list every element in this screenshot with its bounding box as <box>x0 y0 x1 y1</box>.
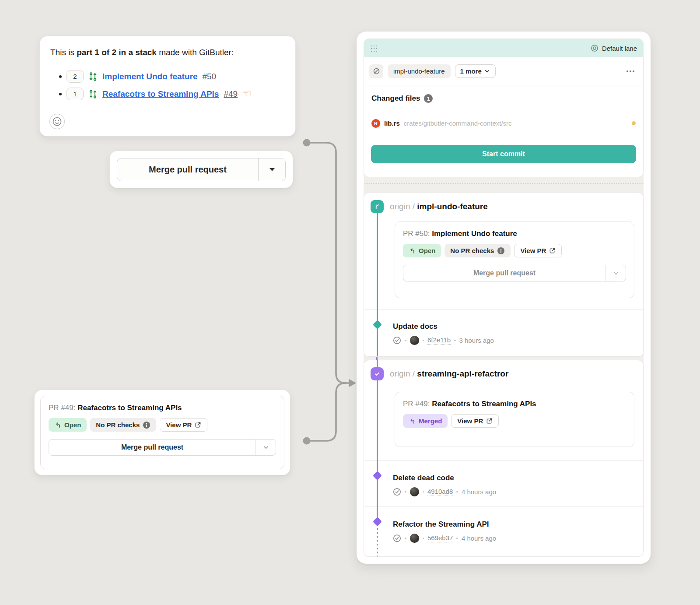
check-icon <box>373 370 381 378</box>
merge-options-dropdown[interactable] <box>256 440 276 455</box>
info-icon <box>497 247 505 255</box>
more-label: 1 more <box>460 67 482 75</box>
start-commit-button[interactable]: Start commit <box>371 145 636 163</box>
pr-badges: Open No PR checks View PR <box>49 418 276 432</box>
lane-panel: Default lane impl-undo-feature 1 more Ch… <box>357 32 651 564</box>
series-icon-button[interactable] <box>369 64 383 78</box>
branch-section-title[interactable]: origin / streaming-api-refactror <box>390 369 508 379</box>
stack-comment-text: This is part 1 of 2 in a stack made with… <box>50 47 285 58</box>
commit-meta: 6f2e11b 3 hours ago <box>393 336 636 345</box>
merged-status-badge: Merged <box>403 414 448 428</box>
chevron-down-icon <box>484 68 490 74</box>
open-status-badge: Open <box>403 244 441 257</box>
commit-time: 4 hours ago <box>462 535 496 542</box>
avatar <box>410 336 419 345</box>
commit-time: 4 hours ago <box>462 488 496 496</box>
commit-hash[interactable]: 569eb37 <box>427 534 453 542</box>
rust-file-icon: R <box>371 119 380 128</box>
branch-section-title[interactable]: origin / impl-undo-feature <box>390 202 488 211</box>
merge-pull-request-button[interactable]: Merge pull request <box>403 265 606 281</box>
pr-label: PR #49: <box>403 400 430 408</box>
chevron-down-icon <box>612 270 620 277</box>
caret-down-icon <box>270 168 275 171</box>
stack-position-badge: 2 <box>66 70 84 83</box>
series-icon <box>372 67 381 75</box>
view-pr-button[interactable]: View PR <box>451 414 499 428</box>
commit-hash[interactable]: 4910ad8 <box>427 488 453 496</box>
checks-badge-label: No PR checks <box>450 247 494 254</box>
commit-meta: 569eb37 4 hours ago <box>393 534 636 543</box>
merge-pull-request-button[interactable]: Merge pull request <box>49 440 256 455</box>
external-link-icon <box>549 247 556 254</box>
pr-label: PR #50: <box>403 229 430 238</box>
commit-line-segment <box>376 357 378 360</box>
pr-link[interactable]: Implement Undo feature <box>102 72 197 81</box>
changed-file-row[interactable]: R lib.rs crates/gitbutler-command-contex… <box>364 112 643 135</box>
file-path: crates/gitbutler-command-context/src <box>404 120 512 127</box>
avatar <box>410 487 419 496</box>
branch-row: impl-undo-feature 1 more <box>364 57 643 85</box>
branch-arrow-icon <box>409 247 416 254</box>
check-circle-icon <box>393 488 401 496</box>
branch-glyph-icon <box>373 203 381 211</box>
branch-section-impl-undo-feature: origin / impl-undo-feature PR #50: Imple… <box>364 193 644 357</box>
merge-options-dropdown[interactable] <box>606 265 626 281</box>
commit-row[interactable]: Delete dead code 4910ad8 4 hours ago <box>364 460 643 506</box>
avatar <box>410 534 419 543</box>
dot-separator <box>423 491 424 493</box>
view-pr-button[interactable]: View PR <box>514 244 562 257</box>
commit-row[interactable]: Update docs 6f2e11b 3 hours ago <box>364 309 643 357</box>
stack-list-item: 2 Implement Undo feature #50 <box>50 68 285 85</box>
commit-line <box>377 360 378 524</box>
kebab-menu-button[interactable] <box>626 70 638 72</box>
file-name: lib.rs <box>384 120 400 127</box>
external-link-icon <box>195 422 201 428</box>
pr-card: PR #49: Reafacotrs to Streaming APIs Ope… <box>34 390 290 475</box>
split-merge-button: Merge pull request <box>49 439 276 456</box>
stack-list-item: 1 Reafacotrs to Streaming APIs #49 ☜ <box>50 85 285 103</box>
pr-detail-card: PR #50: Implement Undo feature Open No P… <box>395 222 634 298</box>
pr-number[interactable]: #50 <box>202 72 216 81</box>
pr-number[interactable]: #49 <box>224 89 238 99</box>
check-circle-icon <box>393 336 401 345</box>
merged-badge-label: Merged <box>419 417 442 425</box>
pr-detail-card: PR #49: Reafacotrs to Streaming APIs Mer… <box>395 392 634 447</box>
pr-card-inner: PR #49: Reafacotrs to Streaming APIs Ope… <box>40 396 284 469</box>
changed-files-label: Changed files <box>371 94 420 103</box>
drag-handle-icon[interactable] <box>370 45 377 52</box>
branch-name: impl-undo-feature <box>417 202 488 211</box>
commit-row[interactable]: Refactor the Streaming API 569eb37 4 hou… <box>364 506 643 557</box>
pr-link[interactable]: Reafacotrs to Streaming APIs <box>102 89 219 99</box>
pull-request-icon <box>88 72 98 81</box>
dotted-separator <box>364 183 643 184</box>
checks-badge-label: No PR checks <box>96 421 140 429</box>
remote-branch-icon <box>371 200 384 213</box>
pr-title: Implement Undo feature <box>432 229 517 238</box>
commit-title: Delete dead code <box>393 474 636 482</box>
external-link-icon <box>486 418 493 424</box>
merge-options-dropdown[interactable] <box>258 158 285 181</box>
commit-diamond-icon <box>372 517 382 526</box>
view-pr-label: View PR <box>166 421 192 429</box>
more-branches-dropdown[interactable]: 1 more <box>455 64 496 78</box>
modified-indicator-dot <box>632 121 636 125</box>
pointing-left-emoji: ☜ <box>242 89 252 99</box>
pr-title: Reafacotrs to Streaming APIs <box>432 400 536 408</box>
dot-separator <box>423 538 424 539</box>
stack-list: 2 Implement Undo feature #50 1 Reafacotr… <box>50 68 285 103</box>
commit-hash[interactable]: 6f2e11b <box>427 336 451 345</box>
dot-separator <box>456 491 458 493</box>
lane-inner: Default lane impl-undo-feature 1 more Ch… <box>364 39 644 557</box>
dot-separator <box>405 491 406 493</box>
smiley-icon <box>52 116 62 127</box>
view-pr-button[interactable]: View PR <box>160 418 207 432</box>
commit-button-area: Start commit <box>364 135 643 177</box>
merge-pull-request-button[interactable]: Merge pull request <box>117 158 258 181</box>
commit-line <box>377 213 378 356</box>
branch-name-pill[interactable]: impl-undo-feature <box>388 64 451 78</box>
emoji-reaction-button[interactable] <box>49 114 65 129</box>
dot-separator <box>423 340 424 341</box>
bullet-icon <box>59 93 62 95</box>
commit-title: Refactor the Streaming API <box>393 520 636 529</box>
branch-arrow-icon <box>54 422 61 429</box>
